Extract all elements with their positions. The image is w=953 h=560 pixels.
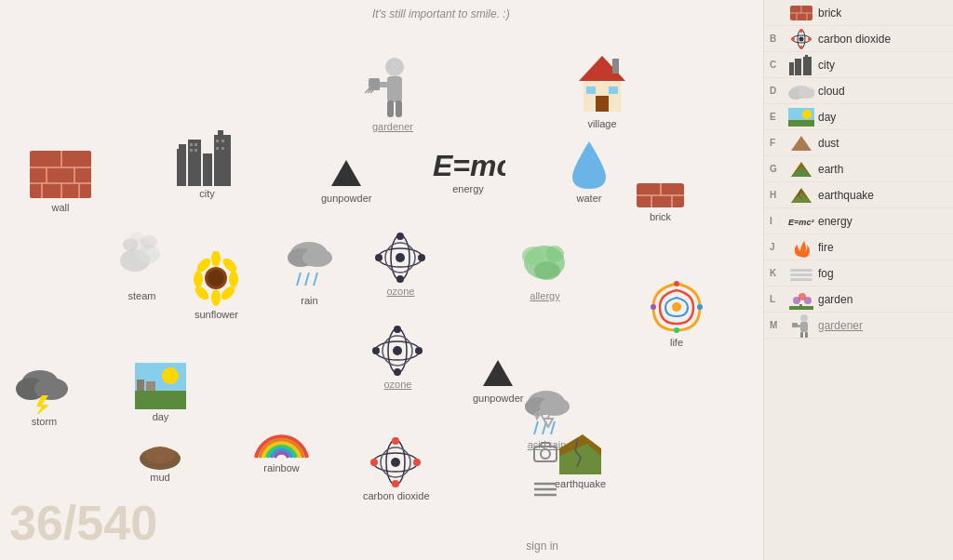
- camera-button[interactable]: [530, 437, 560, 467]
- sidebar-item-cloud[interactable]: D cloud: [764, 78, 953, 104]
- svg-rect-14: [218, 130, 223, 138]
- canvas-item-rain[interactable]: rain: [284, 237, 335, 306]
- canvas-item-wall[interactable]: wall: [28, 149, 93, 213]
- sign-in-button[interactable]: sign in: [526, 540, 558, 553]
- sidebar-item-earth[interactable]: G earth: [764, 156, 953, 182]
- ozone2-label: ozone: [384, 379, 412, 390]
- svg-rect-20: [221, 140, 224, 142]
- svg-rect-165: [790, 278, 812, 281]
- ozone2-icon: [372, 326, 423, 377]
- svg-rect-17: [190, 149, 193, 152]
- brick-label: brick: [650, 211, 671, 222]
- svg-rect-117: [396, 100, 402, 117]
- sidebar-day-label: day: [818, 111, 836, 124]
- day-icon: [135, 363, 186, 409]
- sidebar-garden-icon: [788, 289, 814, 310]
- gunpowder1-label: gunpowder: [321, 193, 371, 204]
- svg-point-38: [208, 270, 224, 287]
- canvas-item-village[interactable]: village: [570, 51, 635, 129]
- sidebar-item-garden[interactable]: L garden: [764, 287, 953, 313]
- sidebar-earth-label: earth: [818, 163, 843, 176]
- canvas-item-life[interactable]: life: [649, 279, 705, 348]
- canvas-item-mud[interactable]: mud: [138, 442, 182, 483]
- menu-button[interactable]: [530, 474, 560, 504]
- gunpowder2-label: gunpowder: [473, 393, 523, 404]
- sidebar-brick-icon: [788, 3, 814, 23]
- svg-rect-10: [188, 140, 201, 186]
- gunpowder2-icon: [479, 358, 517, 391]
- sidebar-energy-icon: E=mc²: [788, 211, 814, 232]
- svg-rect-170: [789, 306, 813, 310]
- sidebar-item-earthquake[interactable]: H earthquake: [764, 182, 953, 208]
- sidebar-letter-c: C: [770, 60, 785, 70]
- sidebar-item-energy[interactable]: I E=mc² energy: [764, 208, 953, 234]
- svg-rect-12: [203, 153, 212, 186]
- canvas-item-sunflower[interactable]: sunflower: [191, 251, 242, 320]
- svg-rect-19: [216, 140, 219, 142]
- sidebar-fire-icon: [788, 237, 814, 258]
- svg-point-84: [522, 247, 544, 265]
- svg-rect-116: [387, 100, 394, 117]
- svg-rect-164: [790, 273, 812, 276]
- sidebar-dust-icon: [788, 133, 814, 153]
- svg-point-79: [415, 347, 423, 354]
- sidebar-letter-i: I: [770, 216, 785, 226]
- svg-rect-152: [788, 119, 814, 127]
- svg-point-141: [799, 46, 803, 49]
- sidebar-letter-j: J: [770, 242, 785, 252]
- city-icon: [177, 130, 237, 186]
- svg-point-49: [145, 447, 175, 463]
- canvas-item-energy[interactable]: E=mc² energy: [431, 144, 505, 194]
- canvas-item-carbon-dioxide[interactable]: carbon dioxide: [363, 437, 430, 501]
- svg-point-154: [802, 110, 812, 119]
- sidebar-item-day[interactable]: E day: [764, 104, 953, 130]
- svg-marker-155: [791, 136, 812, 151]
- rainbow-icon: [251, 419, 312, 460]
- sidebar-city-label: city: [818, 59, 835, 72]
- canvas-item-steam[interactable]: steam: [116, 228, 168, 301]
- day-label: day: [153, 411, 169, 422]
- canvas-item-city[interactable]: city: [177, 130, 237, 199]
- svg-point-104: [672, 302, 681, 312]
- sidebar-item-fog[interactable]: K fog: [764, 260, 953, 287]
- svg-rect-146: [795, 59, 801, 75]
- allergy-label: allergy: [530, 290, 559, 301]
- svg-rect-15: [190, 143, 193, 146]
- sidebar-item-gardener[interactable]: M gardener: [764, 313, 953, 339]
- rain-icon: [284, 237, 335, 293]
- svg-rect-9: [177, 149, 186, 186]
- svg-point-61: [302, 248, 332, 267]
- sunflower-icon: [191, 251, 242, 307]
- sidebar-gardener-icon: [788, 315, 814, 336]
- sidebar-item-carbon-dioxide[interactable]: B carbon dioxide: [764, 26, 953, 52]
- storm-label: storm: [32, 416, 58, 427]
- wall-label: wall: [52, 202, 70, 213]
- canvas-item-brick[interactable]: brick: [635, 181, 686, 222]
- ozone1-label: ozone: [387, 286, 415, 297]
- svg-marker-125: [544, 419, 553, 427]
- svg-rect-172: [800, 322, 808, 332]
- svg-point-45: [162, 367, 179, 384]
- canvas-item-water[interactable]: water: [570, 140, 608, 204]
- sidebar-item-dust[interactable]: F dust: [764, 130, 953, 156]
- canvas-item-earthquake[interactable]: earthquake: [555, 430, 606, 489]
- canvas-item-storm[interactable]: storm: [14, 363, 74, 427]
- sidebar-energy-label: energy: [818, 215, 852, 228]
- canvas-item-ozone2[interactable]: ozone: [372, 326, 423, 390]
- canvas-item-day[interactable]: day: [135, 363, 186, 422]
- gunpowder1-icon: [326, 158, 368, 191]
- sidebar-item-brick[interactable]: brick: [764, 0, 953, 26]
- svg-point-86: [534, 261, 560, 280]
- sidebar-fog-icon: [788, 263, 814, 284]
- sidebar-item-fire[interactable]: J fire: [764, 234, 953, 260]
- sidebar-garden-label: garden: [818, 293, 852, 306]
- canvas-item-gunpowder1[interactable]: gunpowder: [321, 158, 371, 204]
- sidebar-item-city[interactable]: C city: [764, 52, 953, 78]
- svg-line-63: [305, 273, 309, 286]
- recycle-button[interactable]: [530, 400, 560, 430]
- canvas-item-ozone1[interactable]: ozone: [375, 233, 426, 297]
- canvas-item-allergy[interactable]: allergy: [519, 237, 570, 301]
- canvas-item-gunpowder2[interactable]: gunpowder: [473, 358, 523, 404]
- canvas-item-gardener[interactable]: gardener: [365, 54, 421, 132]
- canvas-item-rainbow[interactable]: rainbow: [251, 419, 312, 473]
